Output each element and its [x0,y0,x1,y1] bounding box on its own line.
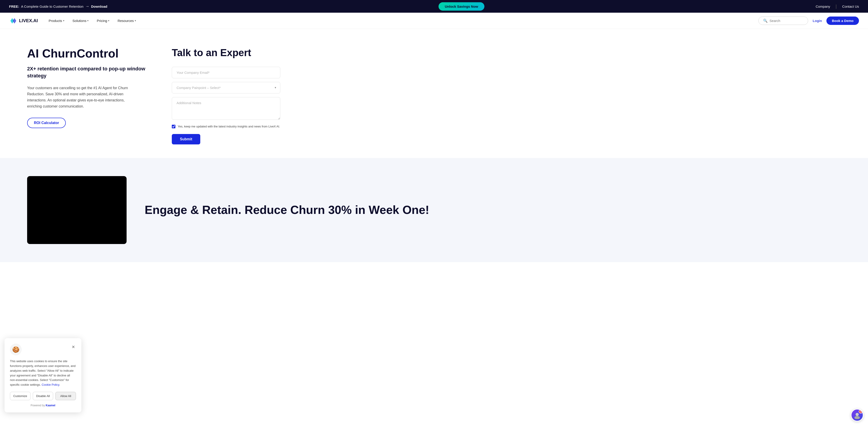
left-section: AI ChurnControl 2X+ retention impact com… [27,42,154,144]
search-box[interactable]: 🔍 [758,17,808,25]
logo-icon [9,17,17,25]
logo[interactable]: LIVEX.AI [9,17,38,25]
updates-checkbox[interactable] [172,125,176,129]
checkbox-row: Yes, keep me updated with the latest ind… [172,124,280,129]
form-title: Talk to an Expert [172,47,280,59]
banner-divider: | [836,4,837,9]
company-link[interactable]: Company [815,4,830,8]
nav-pricing[interactable]: Pricing ▾ [97,19,110,23]
submit-button[interactable]: Submit [172,134,200,144]
banner-right: Company | Contact Us [815,4,859,9]
banner-left: FREE: A Complete Guide to Customer Reten… [9,4,107,9]
logo-text: LIVEX.AI [19,18,38,23]
contact-link[interactable]: Contact Us [842,4,859,8]
resources-chevron-icon: ▾ [135,19,136,22]
painpoint-select[interactable]: Company Painpoint – Select* [172,82,280,93]
email-field[interactable] [172,67,280,78]
bottom-title: Engage & Retain. Reduce Churn 30% in Wee… [145,203,841,217]
search-icon: 🔍 [763,19,768,23]
top-banner: FREE: A Complete Guide to Customer Reten… [0,0,868,13]
notes-field-group [172,97,280,121]
notes-textarea[interactable] [172,97,280,120]
navbar: LIVEX.AI Products ▾ Solutions ▾ Pricing … [0,13,868,29]
solutions-chevron-icon: ▾ [87,19,89,22]
nav-resources[interactable]: Resources ▾ [118,19,136,23]
roi-calculator-button[interactable]: ROI Calculator [27,118,66,128]
hero-subtitle: 2X+ retention impact compared to pop-up … [27,65,154,80]
email-field-group [172,67,280,78]
book-demo-button[interactable]: Book a Demo [827,17,859,25]
search-input[interactable] [770,19,803,23]
hero-title: AI ChurnControl [27,47,154,60]
banner-free-label: FREE: [9,4,19,8]
login-button[interactable]: Login [813,19,822,23]
banner-download-label[interactable]: Download [91,4,107,8]
checkbox-label: Yes, keep me updated with the latest ind… [178,124,280,129]
banner-arrow: → [85,4,89,9]
nav-products[interactable]: Products ▾ [49,19,64,23]
bottom-video [27,176,127,244]
right-section: Talk to an Expert Company Painpoint – Se… [172,42,280,144]
nav-links: Products ▾ Solutions ▾ Pricing ▾ Resourc… [49,19,758,23]
pricing-chevron-icon: ▾ [108,19,110,22]
bottom-text: Engage & Retain. Reduce Churn 30% in Wee… [145,203,841,217]
nav-solutions[interactable]: Solutions ▾ [72,19,89,23]
nav-actions: 🔍 Login Book a Demo [758,17,859,25]
hero-body: Your customers are cancelling so get the… [27,85,135,110]
products-chevron-icon: ▾ [63,19,64,22]
unlock-savings-button[interactable]: Unlock Savings Now [438,2,485,11]
bottom-section: Engage & Retain. Reduce Churn 30% in Wee… [0,158,868,262]
main-content: AI ChurnControl 2X+ retention impact com… [0,29,868,158]
painpoint-select-group: Company Painpoint – Select* [172,82,280,93]
banner-text: A Complete Guide to Customer Retention [21,4,84,8]
